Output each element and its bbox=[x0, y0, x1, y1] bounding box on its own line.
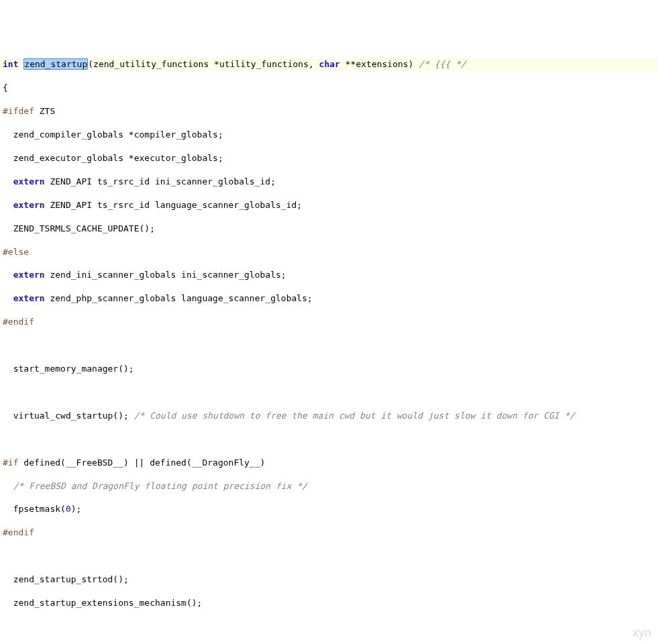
comment: /* Could use shutdown to free the main c… bbox=[129, 411, 575, 421]
code-line: extern zend_php_scanner_globals language… bbox=[0, 292, 658, 304]
code-line: #else bbox=[0, 246, 658, 258]
code-line: extern ZEND_API ts_rsrc_id ini_scanner_g… bbox=[0, 176, 658, 187]
code-line: extern zend_ini_scanner_globals ini_scan… bbox=[0, 269, 658, 280]
code-line bbox=[0, 550, 658, 561]
comment: /* {{{ */ bbox=[414, 59, 466, 69]
preproc: #endif bbox=[3, 317, 34, 327]
code-line: int zend_startup(zend_utility_functions … bbox=[0, 58, 658, 70]
keyword-extern: extern bbox=[13, 293, 45, 303]
code-line: #ifdef ZTS bbox=[0, 105, 658, 117]
code-line: extern ZEND_API ts_rsrc_id language_scan… bbox=[0, 199, 658, 211]
keyword-extern: extern bbox=[13, 200, 45, 210]
number: 0 bbox=[66, 504, 71, 514]
code-line: ZEND_TSRMLS_CACHE_UPDATE(); bbox=[0, 223, 658, 234]
comment: /* FreeBSD and DragonFly floating point … bbox=[3, 481, 307, 491]
preproc: #endif bbox=[3, 527, 34, 537]
code-line: zend_startup_strtod(); bbox=[0, 574, 658, 585]
code-line: /* FreeBSD and DragonFly floating point … bbox=[0, 480, 658, 492]
keyword-extern: extern bbox=[13, 176, 45, 186]
code-line: { bbox=[0, 82, 658, 93]
preproc: #else bbox=[3, 247, 29, 257]
code-line bbox=[0, 433, 658, 445]
code-line bbox=[0, 339, 658, 351]
code-line: start_memory_manager(); bbox=[0, 363, 658, 374]
code-line: zend_startup_extensions_mechanism(); bbox=[0, 597, 658, 608]
code-line: #endif bbox=[0, 527, 658, 538]
keyword-int: int bbox=[3, 59, 18, 69]
code-line bbox=[0, 386, 658, 398]
code-line: #if defined(__FreeBSD__) || defined(__Dr… bbox=[0, 457, 658, 468]
code-line: virtual_cwd_startup(); /* Could use shut… bbox=[0, 410, 658, 421]
keyword-char: char bbox=[319, 59, 340, 69]
code-line: zend_executor_globals *executor_globals; bbox=[0, 152, 658, 164]
preproc: #ifdef bbox=[3, 106, 34, 116]
preproc: #if bbox=[3, 458, 18, 468]
code-line: #endif bbox=[0, 316, 658, 327]
code-editor[interactable]: int zend_startup(zend_utility_functions … bbox=[0, 47, 658, 644]
selected-fn-name[interactable]: zend_startup bbox=[23, 58, 88, 70]
code-line bbox=[0, 621, 658, 632]
code-line: zend_compiler_globals *compiler_globals; bbox=[0, 129, 658, 140]
code-line: fpsetmask(0); bbox=[0, 503, 658, 515]
keyword-extern: extern bbox=[13, 270, 45, 280]
